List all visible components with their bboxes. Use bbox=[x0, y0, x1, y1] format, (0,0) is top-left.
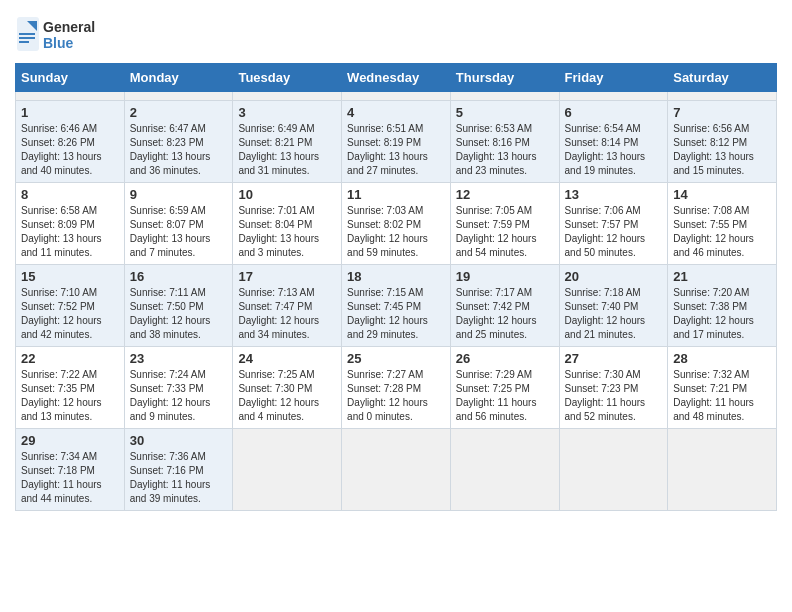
daylight-text: Daylight: 13 hours and 23 minutes. bbox=[456, 151, 537, 176]
day-info: Sunrise: 7:03 AM Sunset: 8:02 PM Dayligh… bbox=[347, 204, 445, 260]
daylight-text: Daylight: 12 hours and 9 minutes. bbox=[130, 397, 211, 422]
calendar-cell bbox=[342, 92, 451, 101]
calendar-week-row: 1 Sunrise: 6:46 AM Sunset: 8:26 PM Dayli… bbox=[16, 101, 777, 183]
sunrise-text: Sunrise: 7:27 AM bbox=[347, 369, 423, 380]
sunset-text: Sunset: 7:21 PM bbox=[673, 383, 747, 394]
weekday-header: Friday bbox=[559, 64, 668, 92]
page-header: General Blue bbox=[15, 15, 777, 53]
sunset-text: Sunset: 7:23 PM bbox=[565, 383, 639, 394]
day-number: 15 bbox=[21, 269, 119, 284]
day-number: 8 bbox=[21, 187, 119, 202]
day-info: Sunrise: 7:11 AM Sunset: 7:50 PM Dayligh… bbox=[130, 286, 228, 342]
day-info: Sunrise: 7:17 AM Sunset: 7:42 PM Dayligh… bbox=[456, 286, 554, 342]
calendar-body: 1 Sunrise: 6:46 AM Sunset: 8:26 PM Dayli… bbox=[16, 92, 777, 511]
sunrise-text: Sunrise: 6:53 AM bbox=[456, 123, 532, 134]
day-number: 1 bbox=[21, 105, 119, 120]
calendar-table: SundayMondayTuesdayWednesdayThursdayFrid… bbox=[15, 63, 777, 511]
calendar-week-row: 29 Sunrise: 7:34 AM Sunset: 7:18 PM Dayl… bbox=[16, 429, 777, 511]
sunrise-text: Sunrise: 7:17 AM bbox=[456, 287, 532, 298]
logo-svg: General Blue bbox=[15, 15, 105, 53]
day-info: Sunrise: 7:13 AM Sunset: 7:47 PM Dayligh… bbox=[238, 286, 336, 342]
daylight-text: Daylight: 12 hours and 38 minutes. bbox=[130, 315, 211, 340]
daylight-text: Daylight: 11 hours and 39 minutes. bbox=[130, 479, 211, 504]
daylight-text: Daylight: 12 hours and 21 minutes. bbox=[565, 315, 646, 340]
daylight-text: Daylight: 12 hours and 54 minutes. bbox=[456, 233, 537, 258]
day-number: 19 bbox=[456, 269, 554, 284]
calendar-cell: 17 Sunrise: 7:13 AM Sunset: 7:47 PM Dayl… bbox=[233, 265, 342, 347]
day-number: 26 bbox=[456, 351, 554, 366]
calendar-cell: 2 Sunrise: 6:47 AM Sunset: 8:23 PM Dayli… bbox=[124, 101, 233, 183]
calendar-cell: 22 Sunrise: 7:22 AM Sunset: 7:35 PM Dayl… bbox=[16, 347, 125, 429]
sunrise-text: Sunrise: 6:59 AM bbox=[130, 205, 206, 216]
day-number: 24 bbox=[238, 351, 336, 366]
svg-rect-6 bbox=[19, 41, 29, 43]
day-number: 10 bbox=[238, 187, 336, 202]
sunset-text: Sunset: 8:19 PM bbox=[347, 137, 421, 148]
day-info: Sunrise: 6:54 AM Sunset: 8:14 PM Dayligh… bbox=[565, 122, 663, 178]
day-number: 9 bbox=[130, 187, 228, 202]
sunset-text: Sunset: 7:38 PM bbox=[673, 301, 747, 312]
calendar-cell: 6 Sunrise: 6:54 AM Sunset: 8:14 PM Dayli… bbox=[559, 101, 668, 183]
weekday-header: Tuesday bbox=[233, 64, 342, 92]
sunrise-text: Sunrise: 7:13 AM bbox=[238, 287, 314, 298]
sunset-text: Sunset: 7:47 PM bbox=[238, 301, 312, 312]
sunrise-text: Sunrise: 7:01 AM bbox=[238, 205, 314, 216]
sunset-text: Sunset: 8:07 PM bbox=[130, 219, 204, 230]
calendar-cell bbox=[668, 429, 777, 511]
sunset-text: Sunset: 7:30 PM bbox=[238, 383, 312, 394]
day-info: Sunrise: 7:24 AM Sunset: 7:33 PM Dayligh… bbox=[130, 368, 228, 424]
calendar-cell bbox=[450, 92, 559, 101]
calendar-cell: 9 Sunrise: 6:59 AM Sunset: 8:07 PM Dayli… bbox=[124, 183, 233, 265]
daylight-text: Daylight: 13 hours and 19 minutes. bbox=[565, 151, 646, 176]
calendar-week-row: 8 Sunrise: 6:58 AM Sunset: 8:09 PM Dayli… bbox=[16, 183, 777, 265]
sunset-text: Sunset: 7:16 PM bbox=[130, 465, 204, 476]
weekday-header: Saturday bbox=[668, 64, 777, 92]
sunrise-text: Sunrise: 7:34 AM bbox=[21, 451, 97, 462]
day-info: Sunrise: 7:06 AM Sunset: 7:57 PM Dayligh… bbox=[565, 204, 663, 260]
day-number: 7 bbox=[673, 105, 771, 120]
day-info: Sunrise: 7:18 AM Sunset: 7:40 PM Dayligh… bbox=[565, 286, 663, 342]
calendar-cell: 13 Sunrise: 7:06 AM Sunset: 7:57 PM Dayl… bbox=[559, 183, 668, 265]
day-info: Sunrise: 7:36 AM Sunset: 7:16 PM Dayligh… bbox=[130, 450, 228, 506]
daylight-text: Daylight: 11 hours and 52 minutes. bbox=[565, 397, 646, 422]
sunset-text: Sunset: 8:02 PM bbox=[347, 219, 421, 230]
sunrise-text: Sunrise: 7:20 AM bbox=[673, 287, 749, 298]
sunrise-text: Sunrise: 7:18 AM bbox=[565, 287, 641, 298]
svg-text:General: General bbox=[43, 19, 95, 35]
daylight-text: Daylight: 13 hours and 36 minutes. bbox=[130, 151, 211, 176]
day-number: 11 bbox=[347, 187, 445, 202]
calendar-cell: 7 Sunrise: 6:56 AM Sunset: 8:12 PM Dayli… bbox=[668, 101, 777, 183]
calendar-cell: 14 Sunrise: 7:08 AM Sunset: 7:55 PM Dayl… bbox=[668, 183, 777, 265]
daylight-text: Daylight: 13 hours and 40 minutes. bbox=[21, 151, 102, 176]
day-number: 14 bbox=[673, 187, 771, 202]
calendar-cell: 25 Sunrise: 7:27 AM Sunset: 7:28 PM Dayl… bbox=[342, 347, 451, 429]
sunset-text: Sunset: 8:21 PM bbox=[238, 137, 312, 148]
calendar-week-row bbox=[16, 92, 777, 101]
sunrise-text: Sunrise: 7:03 AM bbox=[347, 205, 423, 216]
day-number: 4 bbox=[347, 105, 445, 120]
calendar-cell: 11 Sunrise: 7:03 AM Sunset: 8:02 PM Dayl… bbox=[342, 183, 451, 265]
sunrise-text: Sunrise: 7:10 AM bbox=[21, 287, 97, 298]
calendar-cell: 29 Sunrise: 7:34 AM Sunset: 7:18 PM Dayl… bbox=[16, 429, 125, 511]
day-number: 28 bbox=[673, 351, 771, 366]
day-info: Sunrise: 6:47 AM Sunset: 8:23 PM Dayligh… bbox=[130, 122, 228, 178]
daylight-text: Daylight: 11 hours and 48 minutes. bbox=[673, 397, 754, 422]
calendar-week-row: 15 Sunrise: 7:10 AM Sunset: 7:52 PM Dayl… bbox=[16, 265, 777, 347]
sunrise-text: Sunrise: 6:46 AM bbox=[21, 123, 97, 134]
day-info: Sunrise: 6:58 AM Sunset: 8:09 PM Dayligh… bbox=[21, 204, 119, 260]
daylight-text: Daylight: 13 hours and 27 minutes. bbox=[347, 151, 428, 176]
sunrise-text: Sunrise: 6:54 AM bbox=[565, 123, 641, 134]
sunrise-text: Sunrise: 6:49 AM bbox=[238, 123, 314, 134]
weekday-header: Sunday bbox=[16, 64, 125, 92]
calendar-cell: 28 Sunrise: 7:32 AM Sunset: 7:21 PM Dayl… bbox=[668, 347, 777, 429]
sunset-text: Sunset: 8:23 PM bbox=[130, 137, 204, 148]
day-info: Sunrise: 7:01 AM Sunset: 8:04 PM Dayligh… bbox=[238, 204, 336, 260]
calendar-cell: 27 Sunrise: 7:30 AM Sunset: 7:23 PM Dayl… bbox=[559, 347, 668, 429]
daylight-text: Daylight: 11 hours and 44 minutes. bbox=[21, 479, 102, 504]
daylight-text: Daylight: 12 hours and 46 minutes. bbox=[673, 233, 754, 258]
sunset-text: Sunset: 7:35 PM bbox=[21, 383, 95, 394]
calendar-cell: 4 Sunrise: 6:51 AM Sunset: 8:19 PM Dayli… bbox=[342, 101, 451, 183]
sunset-text: Sunset: 7:25 PM bbox=[456, 383, 530, 394]
sunset-text: Sunset: 7:28 PM bbox=[347, 383, 421, 394]
calendar-cell: 3 Sunrise: 6:49 AM Sunset: 8:21 PM Dayli… bbox=[233, 101, 342, 183]
